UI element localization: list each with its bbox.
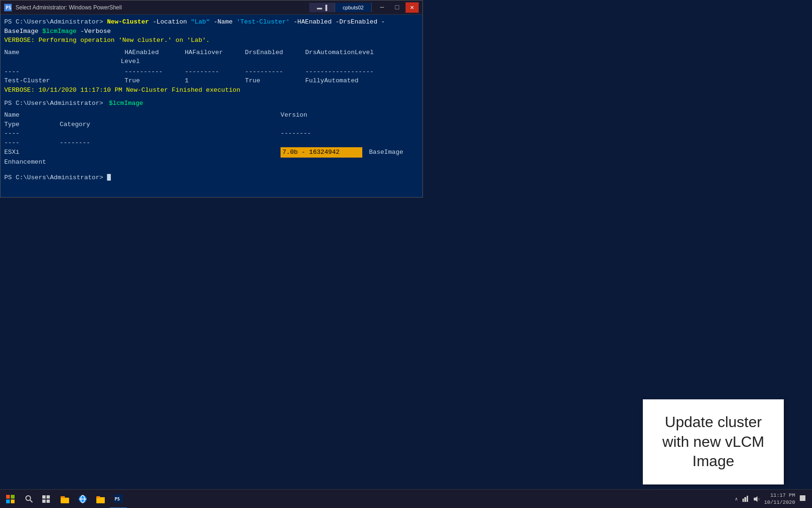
notification-icon[interactable] — [799, 494, 806, 503]
svg-rect-2 — [6, 495, 10, 499]
table1-header-row: Name HAEnabled HAFailover DrsEnabled Drs… — [4, 48, 419, 57]
svg-line-7 — [30, 500, 32, 502]
param-location: -Location — [153, 18, 191, 25]
name-value: 'Test-Cluster' — [236, 18, 289, 25]
terminal-content: PS C:\Users\Administrator> New-Cluster -… — [0, 15, 422, 197]
taskbar-icons: PS — [56, 490, 127, 508]
annotation-text: Update cluster with new vLCM Image — [663, 413, 765, 469]
tab-2[interactable]: cpbuts02 — [335, 3, 372, 12]
col-name: Name — [4, 48, 121, 57]
verbose-line-2: VERBOSE: 10/11/2020 11:17:10 PM New-Clus… — [4, 86, 419, 95]
svg-rect-18 — [96, 496, 100, 498]
prompt-2: PS C:\Users\Administrator> — [4, 100, 103, 107]
task-view-button[interactable] — [38, 490, 55, 508]
titlebar: PS Select Administrator: Windows PowerSh… — [0, 0, 422, 15]
taskbar-ie-icon[interactable] — [74, 490, 91, 508]
taskbar-right: ∧ )))) 11:17 PM 10/11/2020 — [735, 492, 812, 506]
svg-rect-13 — [61, 496, 65, 498]
taskbar: PS ∧ )))) 11:17 PM 10/11/2020 — [0, 489, 812, 508]
svg-rect-9 — [47, 495, 50, 499]
cursor-block: █ — [107, 174, 111, 181]
svg-rect-23 — [747, 496, 748, 502]
window-controls: ─ □ ✕ — [375, 2, 419, 13]
svg-rect-3 — [11, 495, 15, 499]
close-button[interactable]: ✕ — [406, 2, 419, 13]
cmd-name: New-Cluster — [107, 18, 149, 25]
svg-text:)))): )))) — [758, 498, 760, 501]
cmd-line-1: PS C:\Users\Administrator> New-Cluster -… — [4, 17, 419, 36]
maximize-button[interactable]: □ — [390, 2, 404, 13]
var-lcmimage-2: $lcmImage — [109, 100, 143, 107]
svg-rect-5 — [11, 500, 15, 503]
network-icon — [742, 495, 749, 503]
svg-rect-8 — [42, 495, 46, 499]
tab-1[interactable]: ▬ ▐ — [309, 3, 335, 12]
annotation-box: Update cluster with new vLCM Image — [643, 399, 784, 484]
cmd-line-2: PS C:\Users\Administrator> $lcmImage — [4, 99, 419, 108]
col-haenabled: HAEnabled — [125, 48, 181, 57]
col-drsauto: DrsAutomationLevel — [305, 49, 374, 56]
taskbar-explorer-icon[interactable] — [56, 490, 73, 508]
tab-bar: ▬ ▐ cpbuts02 — [309, 3, 372, 12]
tab-2-label: cpbuts02 — [343, 5, 364, 10]
var-lcmimage: $lcmImage — [42, 28, 77, 35]
col-hafailover: HAFailover — [185, 48, 241, 57]
system-tray: ∧ )))) — [735, 495, 760, 503]
svg-rect-12 — [61, 498, 69, 503]
powershell-window[interactable]: PS Select Administrator: Windows PowerSh… — [0, 0, 423, 198]
table1-header-level: Level — [121, 57, 419, 66]
taskbar-clock: 11:17 PM 10/11/2020 — [764, 492, 795, 506]
svg-text:PS: PS — [6, 5, 11, 10]
time-display: 11:17 PM — [764, 492, 795, 499]
svg-point-6 — [26, 496, 31, 500]
verbose-line-1: VERBOSE: Performing operation 'New clust… — [4, 36, 419, 45]
svg-rect-4 — [6, 500, 10, 503]
search-button[interactable] — [21, 490, 38, 508]
minimize-button[interactable]: ─ — [375, 2, 389, 13]
taskbar-powershell-icon[interactable]: PS — [110, 490, 127, 508]
param-name: -Name — [214, 18, 237, 25]
ps-icon: PS — [4, 4, 12, 11]
cmd-line-3: PS C:\Users\Administrator> █ — [4, 173, 419, 183]
svg-text:PS: PS — [115, 497, 120, 501]
tray-up-arrow[interactable]: ∧ — [735, 496, 738, 502]
table2-data-row: ESXi 7.0b - 16324942 BaseImage Enhanceme… — [4, 147, 419, 167]
svg-rect-22 — [742, 499, 744, 502]
table1-data-row: Test-Cluster True 1 True FullyAutomated — [4, 76, 419, 86]
col-drsenabled: DrsEnabled — [245, 48, 301, 57]
version-highlight: 7.0b - 16324942 — [281, 147, 362, 158]
svg-rect-10 — [42, 500, 46, 503]
window-title: Select Administrator: Windows PowerShell — [16, 4, 305, 11]
svg-rect-21 — [744, 497, 746, 502]
table1-sep-row: ---- ---------- --------- ---------- ---… — [4, 67, 419, 77]
table2-header-row: Name Version Type Category — [4, 111, 419, 129]
svg-rect-26 — [800, 495, 805, 501]
table2-sep-row: ---- -------- ---- -------- — [4, 129, 419, 147]
location-value: "Lab" — [191, 18, 210, 25]
svg-marker-24 — [754, 496, 757, 502]
date-display: 10/11/2020 — [764, 499, 795, 506]
col-hafailover2: Level — [121, 58, 140, 65]
verbose-text-1: VERBOSE: Performing operation 'New clust… — [4, 37, 210, 44]
verbose-param: -Verbose — [80, 28, 111, 35]
svg-rect-11 — [47, 500, 50, 503]
taskbar-folder-icon[interactable] — [92, 490, 109, 508]
prompt-3: PS C:\Users\Administrator> — [4, 174, 103, 181]
tab-1-label: ▬ ▐ — [317, 5, 327, 10]
volume-icon: )))) — [753, 495, 760, 503]
start-button[interactable] — [0, 490, 21, 508]
verbose-text-2: VERBOSE: 10/11/2020 11:17:10 PM New-Clus… — [4, 87, 240, 94]
prompt-1: PS C:\Users\Administrator> — [4, 18, 103, 25]
